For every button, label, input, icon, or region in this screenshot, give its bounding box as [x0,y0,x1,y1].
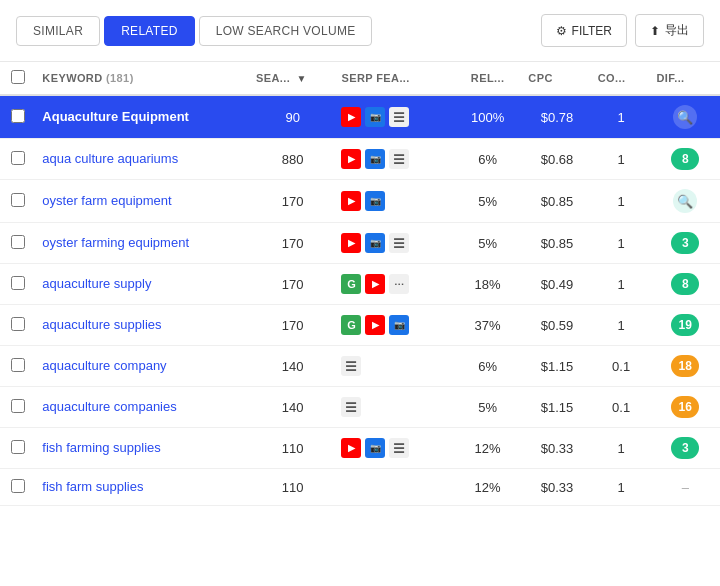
images-icon: 📷 [365,107,385,127]
com-cell: 1 [592,139,651,180]
serp-icons: ▶📷 [341,191,447,211]
tab-related[interactable]: RELATED [104,16,195,46]
diff-cell: 8 [651,264,721,305]
highlighted-row[interactable]: Aquaculture Equipment 90 ▶📷☰ 100% $0.78 … [0,95,720,139]
search-vol-cell: 110 [250,428,335,469]
checkbox-cell[interactable] [0,428,36,469]
com-cell: 1 [592,469,651,506]
search-vol-cell: 170 [250,305,335,346]
row-checkbox[interactable] [11,317,25,331]
images-icon: 📷 [389,315,409,335]
keyword-cell[interactable]: oyster farming equipment [36,223,250,264]
rel-cell: 12% [453,428,522,469]
images-icon: 📷 [365,149,385,169]
images-icon: 📷 [365,233,385,253]
tab-low-search-volume[interactable]: LOW SEARCH VOLUME [199,16,373,46]
keyword-cell[interactable]: Aquaculture Equipment [36,95,250,139]
com-cell: 1 [592,223,651,264]
diff-badge: 3 [671,232,699,254]
checkbox-cell[interactable] [0,264,36,305]
checkbox-cell[interactable] [0,305,36,346]
checkbox-cell[interactable] [0,469,36,506]
serp-icons: G▶📷 [341,315,447,335]
list-icon: ☰ [389,149,409,169]
rel-cell: 37% [453,305,522,346]
serp-icons: G▶⋯ [341,274,447,294]
serp-icons: ▶📷☰ [341,438,447,458]
keyword-col-header[interactable]: KEYWORD (181) [36,62,250,95]
table-row[interactable]: aquaculture company140☰6%$1.150.118 [0,346,720,387]
table-row[interactable]: fish farming supplies110▶📷☰12%$0.3313 [0,428,720,469]
row-checkbox[interactable] [11,440,25,454]
com-col-header: CO... [592,62,651,95]
search-difficulty-icon: 🔍 [673,189,697,213]
table-row[interactable]: aquaculture supplies170G▶📷37%$0.59119 [0,305,720,346]
youtube-icon: ▶ [341,233,361,253]
com-cell: 1 [592,180,651,223]
rel-cell: 6% [453,346,522,387]
keyword-cell[interactable]: aquaculture supplies [36,305,250,346]
list-icon: ☰ [341,356,361,376]
table-row[interactable]: oyster farm equipment170▶📷5%$0.851🔍 [0,180,720,223]
keyword-cell[interactable]: aquaculture companies [36,387,250,428]
table-row[interactable]: aquaculture supply170G▶⋯18%$0.4918 [0,264,720,305]
row-checkbox[interactable] [11,193,25,207]
checkbox-cell[interactable] [0,180,36,223]
search-vol-col-header[interactable]: SEA... ▼ [250,62,335,95]
search-vol-cell: 880 [250,139,335,180]
keyword-cell[interactable]: oyster farm equipment [36,180,250,223]
row-checkbox[interactable] [11,276,25,290]
checkbox-cell[interactable] [0,139,36,180]
table-row[interactable]: oyster farming equipment170▶📷☰5%$0.8513 [0,223,720,264]
cpc-cell: $0.33 [522,428,591,469]
serp-icons: ☰ [341,397,447,417]
diff-cell: 🔍 [651,180,721,223]
filter-button[interactable]: ⚙ FILTER [541,14,627,47]
checkbox-cell[interactable] [0,223,36,264]
search-difficulty-icon: 🔍 [673,105,697,129]
keyword-cell[interactable]: aqua culture aquariums [36,139,250,180]
checkbox-cell[interactable] [0,387,36,428]
select-all-header[interactable] [0,62,36,95]
rel-cell: 100% [453,95,522,139]
serp-cell: ▶📷☰ [335,223,453,264]
checkbox-cell[interactable] [0,346,36,387]
keyword-cell[interactable]: fish farm supplies [36,469,250,506]
serp-cell: ▶📷 [335,180,453,223]
list-icon: ☰ [389,233,409,253]
cpc-cell: $1.15 [522,346,591,387]
youtube-icon: ▶ [365,315,385,335]
row-checkbox[interactable] [11,399,25,413]
table-row[interactable]: aqua culture aquariums880▶📷☰6%$0.6818 [0,139,720,180]
tab-similar[interactable]: SIMILAR [16,16,100,46]
keyword-cell[interactable]: fish farming supplies [36,428,250,469]
keyword-cell[interactable]: aquaculture company [36,346,250,387]
cpc-cell: $0.78 [522,95,591,139]
relevance-col-header: REL... [453,62,522,95]
table-row[interactable]: fish farm supplies11012%$0.331– [0,469,720,506]
diff-badge: 3 [671,437,699,459]
table-container: KEYWORD (181) SEA... ▼ SERP FEA... REL..… [0,62,720,506]
serp-cell: ☰ [335,387,453,428]
row-checkbox[interactable] [11,151,25,165]
export-button[interactable]: ⬆ 导出 [635,14,704,47]
keyword-cell[interactable]: aquaculture supply [36,264,250,305]
search-vol-cell: 110 [250,469,335,506]
table-row[interactable]: aquaculture companies140☰5%$1.150.116 [0,387,720,428]
search-vol-cell: 170 [250,264,335,305]
select-all-checkbox[interactable] [11,70,25,84]
diff-badge: 8 [671,148,699,170]
serp-cell: ▶📷☰ [335,428,453,469]
cpc-col-header: CPC [522,62,591,95]
cpc-cell: $1.15 [522,387,591,428]
rel-cell: 6% [453,139,522,180]
row-checkbox[interactable] [11,358,25,372]
diff-cell: 19 [651,305,721,346]
checkbox-cell[interactable] [0,95,36,139]
row-checkbox[interactable] [11,479,25,493]
serp-features-col-header: SERP FEA... [335,62,453,95]
row-checkbox[interactable] [11,235,25,249]
keywords-table: KEYWORD (181) SEA... ▼ SERP FEA... REL..… [0,62,720,506]
cpc-cell: $0.85 [522,180,591,223]
row-checkbox[interactable] [11,109,25,123]
